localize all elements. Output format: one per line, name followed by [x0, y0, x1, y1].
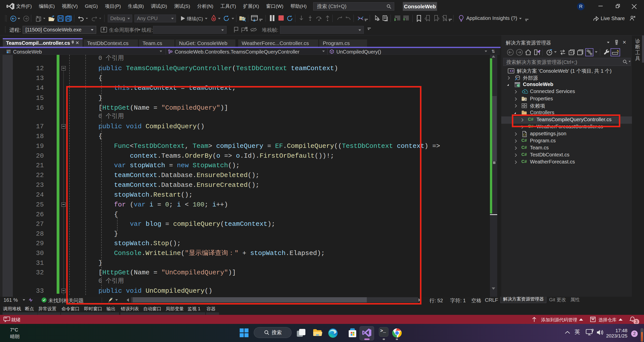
svg-text:{}: {}: [523, 133, 526, 136]
